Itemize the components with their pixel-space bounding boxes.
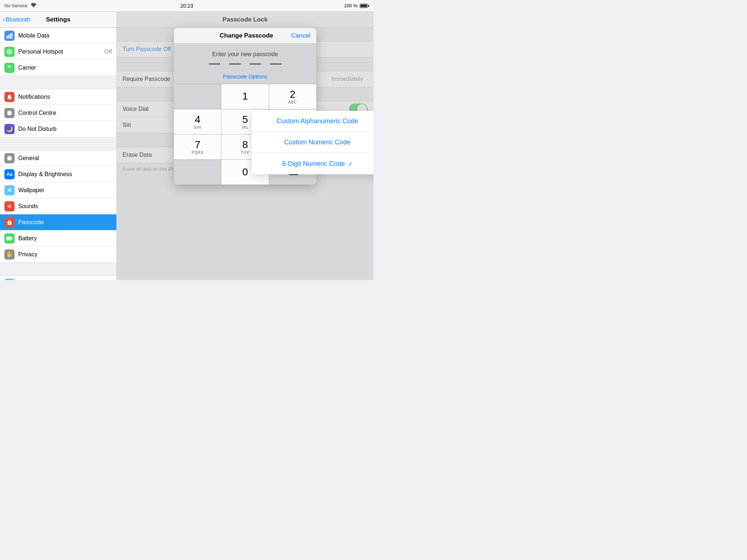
numpad-key-7[interactable]: 7 PQRS <box>174 135 221 159</box>
sidebar-item-notifications[interactable]: Notifications <box>0 89 116 105</box>
privacy-icon: ✋ <box>4 249 15 260</box>
passcode-label: Passcode <box>18 219 112 226</box>
sidebar-item-control-centre[interactable]: Control Centre <box>0 105 116 121</box>
numpad-key-2[interactable]: 2 ABC <box>269 84 316 109</box>
six-digit-label: 6-Digit Numeric Code <box>282 160 345 168</box>
battery-item-icon <box>4 233 15 244</box>
svg-point-0 <box>33 7 34 8</box>
sidebar-item-display[interactable]: Aa Display & Brightness <box>0 166 116 182</box>
passcode-dash-4 <box>270 63 282 65</box>
carrier-label-item: Carrier <box>18 65 112 71</box>
mobile-data-label: Mobile Data <box>18 32 112 39</box>
main-layout: ‹ Bluetooth Settings Mobile Data Persona… <box>0 12 374 280</box>
alphanumeric-label: Custom Alphanumeric Code <box>276 117 358 125</box>
sidebar-item-wallpaper[interactable]: ❄ Wallpaper <box>0 182 116 198</box>
passcode-dash-2 <box>229 63 241 65</box>
battery-icon <box>360 4 369 8</box>
section-gap-2 <box>0 137 116 150</box>
sidebar-back-button[interactable]: ‹ Bluetooth <box>3 16 30 23</box>
dnd-label: Do Not Disturb <box>18 126 112 132</box>
dropdown-item-numeric[interactable]: Custom Numeric Code <box>252 132 374 153</box>
content-area: Passcode Lock Turn Passcode Off Require … <box>117 12 374 280</box>
sidebar-item-icloud[interactable]: iCloud <box>0 276 116 280</box>
hotspot-label: Personal Hotspot <box>18 48 101 55</box>
svg-rect-8 <box>12 238 13 239</box>
modal-prompt: Enter your new passcode <box>174 51 316 58</box>
display-icon: Aa <box>4 169 15 179</box>
passcode-options-dropdown: Custom Alphanumeric Code Custom Numeric … <box>252 111 374 174</box>
numeric-label: Custom Numeric Code <box>284 139 351 146</box>
svg-rect-2 <box>8 35 9 39</box>
sidebar-back-label: Bluetooth <box>5 16 30 23</box>
sidebar-item-carrier[interactable]: Carrier <box>0 60 116 76</box>
wallpaper-icon: ❄ <box>4 185 15 195</box>
notifications-label: Notifications <box>18 94 112 100</box>
sidebar-header: ‹ Bluetooth Settings <box>0 12 116 28</box>
numpad-empty-top <box>174 84 221 109</box>
svg-rect-4 <box>12 33 13 39</box>
sounds-icon <box>4 201 15 211</box>
section-gap-1 <box>0 76 116 89</box>
control-icon <box>4 108 15 118</box>
section-gap-3 <box>0 262 116 276</box>
general-label: General <box>18 155 112 162</box>
control-label: Control Centre <box>18 110 112 116</box>
check-icon: ✓ <box>348 160 353 167</box>
numpad-key-4[interactable]: 4 GHI <box>174 109 221 134</box>
status-left: No Service <box>4 3 36 8</box>
sidebar-item-privacy[interactable]: ✋ Privacy <box>0 246 116 262</box>
dnd-icon: 🌙 <box>4 124 15 134</box>
sidebar-item-personal-hotspot[interactable]: Personal Hotspot Off <box>0 44 116 60</box>
sidebar: ‹ Bluetooth Settings Mobile Data Persona… <box>0 12 117 280</box>
passcode-dots <box>174 63 316 65</box>
svg-rect-1 <box>7 36 8 39</box>
numpad-key-1[interactable]: 1 <box>221 84 269 109</box>
passcode-dash-3 <box>249 63 261 65</box>
general-icon <box>4 153 15 163</box>
passcode-dash-1 <box>209 63 220 65</box>
status-time: 20:23 <box>180 3 193 9</box>
wifi-icon <box>31 3 36 8</box>
icloud-icon <box>4 279 15 280</box>
mobile-data-icon <box>4 31 15 41</box>
sidebar-section-system: Notifications Control Centre 🌙 Do Not Di… <box>0 89 116 137</box>
modal-header: Change Passcode Cancel <box>174 28 316 44</box>
modal-title: Change Passcode <box>220 32 273 39</box>
carrier-label: No Service <box>4 3 28 8</box>
sidebar-title: Settings <box>46 16 70 23</box>
passcode-icon <box>4 217 15 228</box>
hotspot-value: Off <box>104 48 112 55</box>
hotspot-icon <box>4 47 15 57</box>
privacy-label: Privacy <box>18 251 112 258</box>
battery-label: 100 % <box>344 3 357 8</box>
svg-rect-3 <box>10 34 11 39</box>
dropdown-item-alphanumeric[interactable]: Custom Alphanumeric Code <box>252 111 374 132</box>
wallpaper-label: Wallpaper <box>18 187 112 194</box>
battery-label: Battery <box>18 235 112 242</box>
svg-rect-7 <box>7 237 11 239</box>
status-right: 100 % <box>344 3 369 8</box>
status-bar: No Service 20:23 100 % <box>0 0 374 12</box>
notifications-icon <box>4 92 15 102</box>
numpad-row-1: 1 2 ABC <box>174 84 316 109</box>
sidebar-item-mobile-data[interactable]: Mobile Data <box>0 28 116 44</box>
sidebar-item-sounds[interactable]: Sounds <box>0 198 116 214</box>
sidebar-section-cloud: iCloud <box>0 276 116 280</box>
display-label: Display & Brightness <box>18 171 112 178</box>
sidebar-section-apps: General Aa Display & Brightness ❄ Wallpa… <box>0 150 116 262</box>
sidebar-item-passcode[interactable]: Passcode <box>0 214 116 230</box>
numpad-empty-bottom <box>174 160 221 184</box>
carrier-icon <box>4 63 15 73</box>
sidebar-item-battery[interactable]: Battery <box>0 230 116 246</box>
sidebar-section-network: Mobile Data Personal Hotspot Off Carrier <box>0 28 116 76</box>
sidebar-item-general[interactable]: General <box>0 150 116 166</box>
modal-cancel-button[interactable]: Cancel <box>291 32 310 39</box>
passcode-options-link[interactable]: Passcode Options <box>174 70 316 84</box>
dropdown-item-six-digit[interactable]: 6-Digit Numeric Code ✓ <box>252 153 374 174</box>
sidebar-item-dnd[interactable]: 🌙 Do Not Disturb <box>0 121 116 137</box>
sounds-label: Sounds <box>18 203 112 210</box>
